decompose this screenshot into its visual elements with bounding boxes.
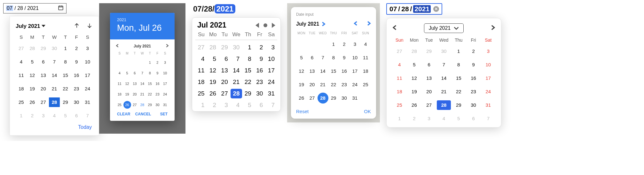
day[interactable]: 11 [392,73,406,83]
clear-icon[interactable]: ✕ [433,6,439,12]
day[interactable]: 2 [154,59,161,66]
day[interactable]: 16 [71,71,82,80]
day-selected[interactable]: 28 [49,97,60,107]
day[interactable]: 5 [60,111,71,121]
day[interactable]: 17 [161,80,169,87]
day[interactable]: 31 [481,100,495,110]
prev-month-button[interactable] [116,44,119,48]
day[interactable]: 29 [146,102,154,108]
day[interactable]: 19 [123,91,131,97]
day[interactable]: 5 [242,100,254,110]
day[interactable]: 24 [82,84,93,94]
day[interactable]: 3 [82,44,93,53]
month-year-button[interactable]: July 2021 [296,21,326,27]
date-input-day[interactable]: 28 [17,5,23,11]
day[interactable]: 14 [49,71,60,80]
next-month-button[interactable] [272,23,275,28]
day[interactable]: 21 [138,91,146,97]
day[interactable]: 2 [339,40,349,48]
day[interactable]: 7 [82,111,93,121]
day[interactable]: 1 [146,59,154,66]
day[interactable]: 14 [138,80,146,87]
next-month-button[interactable] [366,21,371,27]
day[interactable]: 22 [328,80,339,89]
day[interactable]: 24 [481,87,495,96]
month-selector[interactable]: July 2021 [424,23,464,33]
day[interactable]: 5 [123,70,131,76]
day-selected[interactable]: 28 [231,89,242,98]
day[interactable]: 30 [466,100,480,110]
day[interactable]: 3 [349,40,360,48]
day[interactable]: 22 [146,91,154,97]
day[interactable]: 9 [466,60,480,70]
day[interactable]: 15 [328,67,339,75]
day[interactable]: 18 [116,91,123,97]
day[interactable]: 7 [437,60,451,70]
day[interactable]: 12 [407,73,421,83]
day[interactable]: 29 [328,94,339,102]
day[interactable]: 17 [265,66,277,75]
day[interactable]: 18 [360,67,371,75]
set-button[interactable]: SET [160,112,168,116]
day[interactable]: 26 [207,89,219,98]
next-month-button[interactable] [490,25,495,31]
day[interactable]: 16 [154,80,161,87]
day[interactable]: 23 [71,84,82,94]
day[interactable]: 5 [452,114,466,123]
day[interactable]: 4 [392,60,406,70]
day[interactable]: 22 [60,84,71,94]
day[interactable]: 31 [265,89,277,98]
day[interactable]: 3 [265,43,277,52]
day[interactable]: 27 [195,43,207,52]
day[interactable]: 29 [422,46,436,56]
day[interactable]: 28 [207,43,219,52]
day[interactable]: 3 [38,111,49,121]
day[interactable]: 22 [242,77,254,87]
day[interactable]: 26 [27,97,38,107]
cancel-button[interactable]: CANCEL [135,112,151,116]
day[interactable]: 18 [392,87,406,96]
day[interactable]: 4 [437,114,451,123]
day[interactable]: 4 [49,111,60,121]
day[interactable]: 6 [131,70,138,76]
day[interactable]: 14 [437,73,451,83]
day[interactable]: 25 [392,100,406,110]
day[interactable]: 6 [38,57,49,67]
day[interactable]: 7 [481,114,495,123]
day[interactable]: 3 [422,114,436,123]
day[interactable]: 18 [16,84,27,94]
day[interactable]: 30 [437,46,451,56]
day[interactable]: 21 [437,87,451,96]
day[interactable]: 1 [195,100,207,110]
day[interactable]: 19 [207,77,219,87]
day[interactable]: 15 [242,66,254,75]
day[interactable]: 9 [339,54,349,62]
day[interactable]: 1 [242,43,254,52]
day[interactable]: 30 [71,97,82,107]
day[interactable]: 31 [82,97,93,107]
day[interactable]: 29 [38,44,49,53]
day[interactable]: 10 [82,57,93,67]
day[interactable]: 2 [71,44,82,53]
day-selected[interactable]: 26 [123,102,131,108]
day[interactable]: 13 [422,73,436,83]
day[interactable]: 8 [60,57,71,67]
date-input-year[interactable]: 2021 [215,4,235,13]
calendar-icon[interactable] [58,5,64,12]
day[interactable]: 5 [407,60,421,70]
day[interactable]: 29 [219,43,231,52]
day[interactable]: 10 [349,54,360,62]
day[interactable]: 24 [349,80,360,89]
day[interactable]: 21 [49,84,60,94]
day[interactable]: 17 [349,67,360,75]
day[interactable]: 10 [161,70,169,76]
banner-year[interactable]: 2021 [117,17,168,22]
prev-month-button[interactable] [354,21,358,27]
day[interactable]: 20 [219,77,231,87]
day[interactable]: 5 [207,54,219,64]
day[interactable]: 27 [422,100,436,110]
day[interactable]: 27 [16,44,27,53]
day[interactable]: 20 [131,91,138,97]
day[interactable]: 15 [60,71,71,80]
day[interactable]: 23 [466,87,480,96]
